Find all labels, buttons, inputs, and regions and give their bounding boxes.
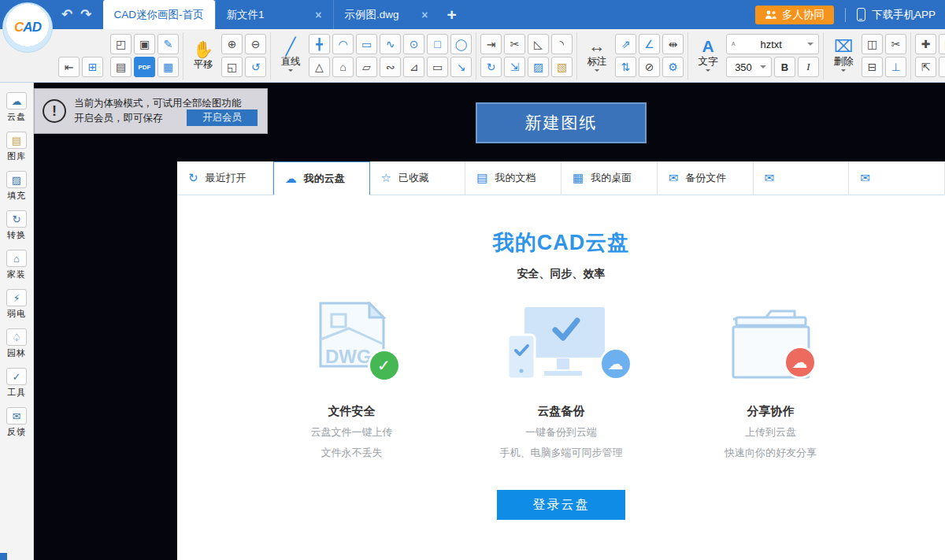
parallelogram-tool-icon[interactable]: ▱ (356, 57, 377, 77)
sidebar-item[interactable]: ✉ 反馈 (6, 407, 27, 438)
print-icon[interactable]: ▤ (110, 57, 132, 77)
login-cloud-button[interactable]: 登录云盘 (497, 490, 625, 520)
panel-tab[interactable]: ☆ 已收藏 (370, 161, 466, 195)
text-tool[interactable]: A 文字 (692, 37, 724, 74)
arrow-tool-icon[interactable]: ↘ (450, 57, 472, 77)
format-brush-icon[interactable]: ⊥ (885, 57, 906, 77)
sidebar-item[interactable]: ☁ 云盘 (6, 92, 27, 123)
save-as-icon[interactable]: ✎ (158, 34, 179, 54)
extend-icon[interactable]: ⇥ (480, 34, 502, 54)
chamfer-icon[interactable]: ◺ (528, 34, 549, 54)
panel-tab[interactable]: ▦ 我的桌面 (561, 161, 658, 195)
zoom-previous-icon[interactable]: ↺ (245, 57, 266, 77)
sidebar-item[interactable]: ⌂ 家装 (6, 250, 27, 280)
nav-forward-icon[interactable]: ↷ (80, 6, 91, 23)
offset-icon[interactable]: ◎ (939, 57, 945, 77)
corner-accent (0, 553, 7, 560)
app-logo[interactable]: CAD (2, 2, 53, 53)
linear-dim-icon[interactable]: ⇹ (662, 34, 684, 54)
zoom-window-icon[interactable]: ◱ (221, 57, 243, 77)
stretch-icon[interactable]: ⇱ (915, 57, 936, 77)
sidebar-item[interactable]: ✓ 工具 (6, 368, 27, 399)
bold-button[interactable]: B (774, 57, 795, 77)
rotate-ref-icon[interactable]: ↻ (480, 57, 502, 77)
panel-tab[interactable]: ✉ (754, 161, 850, 195)
coordinate-dim-icon[interactable]: ⇅ (615, 57, 636, 77)
tab-close-icon[interactable]: × (421, 9, 428, 21)
tab-close-icon[interactable]: × (315, 9, 321, 21)
tab-sample-dwg[interactable]: 示例图.dwg × (333, 0, 439, 29)
arc-tool-icon[interactable]: ◠ (332, 34, 354, 54)
save-icon[interactable]: ▣ (134, 34, 155, 54)
sidebar-item-label: 图库 (6, 150, 27, 162)
aligned-dim-icon[interactable]: ⇗ (615, 34, 636, 54)
pan-icon: ✋ (193, 40, 213, 59)
roundrect-tool-icon[interactable]: ▭ (427, 57, 448, 77)
sidebar-item[interactable]: ⚡ 弱电 (6, 289, 27, 320)
angular-dim-icon[interactable]: ∠ (639, 34, 660, 54)
open-membership-button[interactable]: 开启会员 (187, 109, 258, 126)
line-icon: ╱ (286, 37, 296, 56)
spline-tool-icon[interactable]: ∾ (380, 57, 401, 77)
panel-tab[interactable]: ✉ (849, 161, 945, 195)
zoom-in-icon[interactable]: ⊕ (221, 34, 243, 54)
panel-tab-label: 已收藏 (398, 171, 429, 185)
nav-back-icon[interactable]: ↶ (61, 6, 72, 23)
ellipse-tool-icon[interactable]: ◯ (450, 34, 472, 54)
add-file-icon[interactable]: ⊞ (82, 57, 103, 77)
hatch-fill-icon[interactable]: ▨ (528, 57, 549, 77)
font-size-select[interactable]: 350 (726, 57, 772, 77)
point-tool-icon[interactable]: ╋ (309, 34, 330, 54)
download-app-button[interactable]: 下载手机APP (857, 8, 936, 22)
sidebar-item-icon: ▨ (6, 171, 27, 188)
trim-icon[interactable]: ✂ (504, 34, 525, 54)
line-tool[interactable]: ╱ 直线 (275, 37, 306, 74)
panel-tab-icon: ▦ (573, 171, 584, 185)
new-drawing-button[interactable]: 新建图纸 (476, 102, 647, 143)
cut-icon[interactable]: ✂ (885, 34, 906, 54)
panel-tab[interactable]: ☁ 我的云盘 (273, 161, 370, 195)
export-pdf-icon[interactable]: PDF (134, 57, 155, 77)
triangle-tool-icon[interactable]: △ (309, 57, 330, 77)
insert-image-icon[interactable]: ▧ (551, 57, 573, 77)
export-image-icon[interactable]: ▦ (158, 57, 179, 77)
trapezoid-tool-icon[interactable]: ⊿ (403, 57, 424, 77)
collab-button[interactable]: 多人协同 (755, 6, 834, 24)
feature-line: 云盘文件一键上传 (311, 425, 393, 439)
polygon-tool-icon[interactable]: ⌂ (332, 57, 354, 77)
new-tab-button[interactable]: + (439, 0, 465, 29)
paste-icon[interactable]: ⊟ (862, 57, 883, 77)
pan-tool[interactable]: ✋ 平移 (187, 40, 219, 71)
open-icon[interactable]: ◰ (110, 34, 132, 54)
scale-icon[interactable]: ◱ (939, 34, 945, 54)
italic-button[interactable]: I (798, 57, 819, 77)
panel-tab-label: 我的文档 (495, 171, 536, 185)
sidebar-item[interactable]: ↻ 转换 (6, 210, 27, 241)
circle-tool-icon[interactable]: ⊙ (403, 34, 424, 54)
radius-dim-icon[interactable]: ⊘ (639, 57, 660, 77)
panel-tab[interactable]: ↻ 最近打开 (177, 161, 273, 195)
font-select[interactable]: ᴬ hztxt (726, 34, 819, 54)
sidebar-item[interactable]: ♤ 园林 (6, 328, 27, 359)
doubleline-tool-icon[interactable]: ▭ (356, 34, 377, 54)
back-insert-icon[interactable]: ⇤ (58, 57, 80, 77)
tab-home[interactable]: CAD迷你画图-首页 (103, 0, 215, 29)
scale-ref-icon[interactable]: ⇲ (504, 57, 525, 77)
panel-tab[interactable]: ▤ 我的文档 (465, 161, 561, 195)
zoom-out-icon[interactable]: ⊖ (245, 34, 266, 54)
toolbar-group-clipboard: ⌧ 删除 ◫ ✂ ⊟ ⊥ (824, 32, 911, 80)
people-icon (765, 10, 777, 20)
panel-tab[interactable]: ✉ 备份文件 (658, 161, 754, 195)
copy-icon[interactable]: ◫ (862, 34, 883, 54)
panel-tab-label: 最近打开 (206, 171, 246, 185)
fillet-icon[interactable]: ◝ (551, 34, 573, 54)
dim-settings-icon[interactable]: ⚙ (662, 57, 684, 77)
move-icon[interactable]: ✚ (915, 34, 936, 54)
rectangle-tool-icon[interactable]: □ (427, 34, 448, 54)
polyline-tool-icon[interactable]: ∿ (380, 34, 401, 54)
sidebar-item[interactable]: ▨ 填充 (6, 171, 27, 202)
dimension-tool[interactable]: ↔ 标注 (581, 37, 613, 74)
delete-tool[interactable]: ⌧ 删除 (828, 37, 859, 74)
sidebar-item[interactable]: ▤ 图库 (6, 132, 27, 162)
tab-new-file[interactable]: 新文件1 × (215, 0, 333, 29)
